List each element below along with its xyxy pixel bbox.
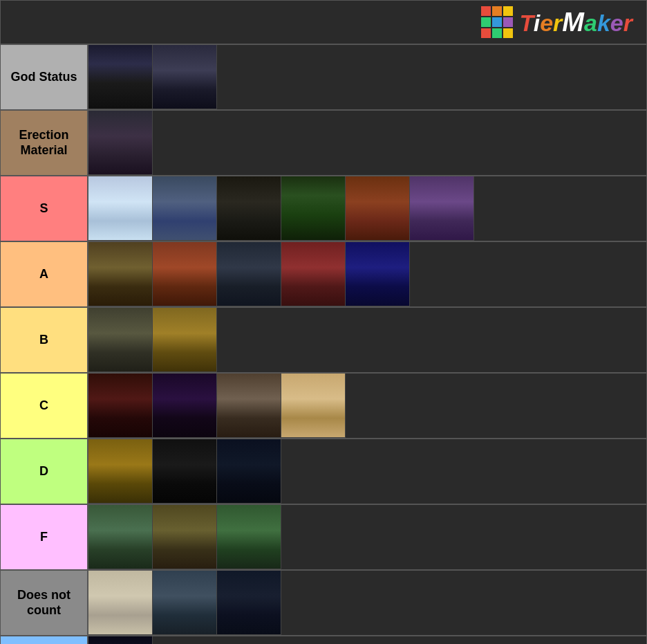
- tier-item-does-not-count-2: [217, 571, 281, 635]
- tier-item-does-not-count-1: [153, 571, 217, 635]
- tier-list-container: TierMakerGod StatusErection MaterialSABC…: [0, 0, 647, 644]
- tier-row-a: A: [1, 242, 646, 308]
- tier-item-god-status-0: [88, 45, 153, 109]
- tier-item-b-0: [88, 308, 153, 372]
- tier-label-a: A: [1, 242, 87, 306]
- tier-item-d-2: [217, 439, 281, 504]
- tier-row-never-seen: never seen: [1, 636, 646, 644]
- logo-pixel: [492, 17, 502, 27]
- tier-label-b: B: [1, 308, 87, 372]
- tier-item-d-1: [153, 439, 217, 504]
- tier-row-s: S: [1, 176, 646, 242]
- tier-label-f: F: [1, 505, 87, 569]
- tier-items-a: [87, 242, 646, 306]
- header-bar: TierMaker: [1, 1, 646, 45]
- tier-row-d: D: [1, 439, 646, 505]
- logo-pixel: [481, 28, 491, 38]
- tier-row-b: B: [1, 308, 646, 374]
- tier-items-never-seen: [87, 636, 646, 644]
- tier-item-a-0: [88, 242, 153, 306]
- logo-grid-icon: [481, 6, 513, 38]
- logo-pixel: [492, 6, 502, 16]
- tier-item-s-4: [346, 176, 410, 241]
- tier-items-s: [87, 176, 646, 241]
- tier-item-s-5: [410, 176, 474, 241]
- tier-item-s-2: [217, 176, 281, 241]
- tier-label-does-not-count: Does not count: [1, 571, 87, 635]
- tier-row-erection-material: Erection Material: [1, 111, 646, 176]
- tier-label-d: D: [1, 439, 87, 504]
- tier-item-never-seen-0: [88, 636, 153, 644]
- tier-items-god-status: [87, 45, 646, 109]
- tier-item-s-1: [153, 176, 217, 241]
- tier-items-b: [87, 308, 646, 372]
- brand-name: TierMaker: [520, 8, 632, 37]
- tier-row-god-status: God Status: [1, 45, 646, 111]
- tier-label-s: S: [1, 176, 87, 241]
- logo-pixel: [503, 6, 513, 16]
- tier-item-c-0: [88, 374, 153, 438]
- tier-row-does-not-count: Does not count: [1, 571, 646, 636]
- tier-item-erection-material-0: [88, 111, 153, 175]
- tier-label-never-seen: never seen: [1, 636, 87, 644]
- tier-item-a-2: [217, 242, 281, 306]
- logo-pixel: [481, 6, 491, 16]
- tier-label-god-status: God Status: [1, 45, 87, 109]
- tier-label-c: C: [1, 374, 87, 438]
- logo-wrapper: TierMaker: [481, 6, 632, 38]
- tier-item-does-not-count-0: [88, 571, 153, 635]
- tier-item-f-1: [153, 505, 217, 569]
- tier-item-f-0: [88, 505, 153, 569]
- tier-item-a-1: [153, 242, 217, 306]
- tier-item-s-0: [88, 176, 153, 241]
- tier-item-b-1: [153, 308, 217, 372]
- logo-pixel: [481, 17, 491, 27]
- tier-items-erection-material: [87, 111, 646, 175]
- tier-item-s-3: [281, 176, 346, 241]
- tier-item-f-2: [217, 505, 281, 569]
- tier-item-c-1: [153, 374, 217, 438]
- tier-items-does-not-count: [87, 571, 646, 635]
- tier-label-erection-material: Erection Material: [1, 111, 87, 175]
- tier-items-f: [87, 505, 646, 569]
- tier-item-d-0: [88, 439, 153, 504]
- tier-item-a-3: [281, 242, 346, 306]
- logo-pixel: [503, 28, 513, 38]
- tier-row-f: F: [1, 505, 646, 571]
- logo-pixel: [492, 28, 502, 38]
- tier-items-c: [87, 374, 646, 438]
- tier-items-d: [87, 439, 646, 504]
- logo-pixel: [503, 17, 513, 27]
- tier-item-c-3: [281, 374, 346, 438]
- tier-item-c-2: [217, 374, 281, 438]
- tier-item-god-status-1: [153, 45, 217, 109]
- tier-row-c: C: [1, 374, 646, 439]
- tier-item-a-4: [346, 242, 410, 306]
